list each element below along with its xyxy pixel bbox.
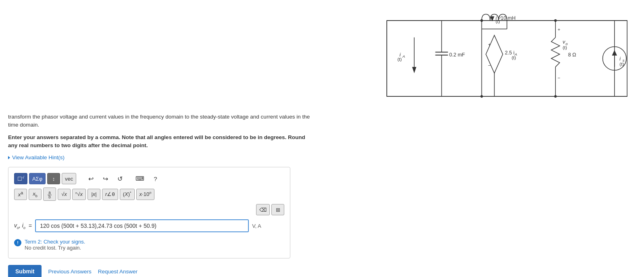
- svg-text:−: −: [558, 75, 561, 80]
- bottom-bar: Submit Previous Answers Request Answer: [8, 265, 311, 277]
- nroot-btn[interactable]: n√x: [72, 189, 86, 200]
- svg-point-41: [554, 19, 556, 22]
- svg-text:8 Ω: 8 Ω: [568, 52, 576, 58]
- sci-btn[interactable]: x·10n: [136, 189, 155, 200]
- svg-text:(t): (t): [563, 45, 567, 50]
- svg-text:(t): (t): [397, 57, 402, 62]
- svg-text:+: +: [488, 42, 491, 47]
- instruction-text1: transform the phasor voltage and current…: [8, 113, 311, 129]
- x-power-label: xa: [18, 190, 23, 198]
- resize-icon: ↕: [52, 176, 55, 182]
- resize-btn[interactable]: ↕: [47, 173, 60, 184]
- feedback-subtitle: No credit lost. Try again.: [25, 245, 85, 251]
- svg-point-43: [554, 95, 556, 98]
- svg-text:(t): (t): [496, 19, 500, 24]
- input-row: vo, io = V, A: [14, 219, 284, 232]
- expand-btn[interactable]: ⊞: [271, 204, 284, 215]
- undo-icon: ↩: [88, 175, 94, 183]
- svg-text:+: +: [558, 27, 561, 32]
- toolbar-row2: xa xb a b √x n√x: [14, 187, 284, 201]
- submit-button[interactable]: Submit: [8, 265, 42, 277]
- feedback-text: Term 2: Check your signs. No credit lost…: [25, 239, 85, 251]
- toolbar-row1: ☐√ ΑΣφ ↕ vec ↩ ↪ ↺: [14, 173, 284, 184]
- redo-btn[interactable]: ↪: [99, 173, 112, 184]
- svg-text:A: A: [402, 54, 405, 58]
- unit-label: V, A: [252, 223, 261, 229]
- abs-btn[interactable]: |x|: [88, 189, 100, 200]
- mode-btn[interactable]: ☐√: [14, 173, 27, 184]
- svg-text:0.2 mF: 0.2 mF: [449, 52, 465, 58]
- backspace-icon: ⌫: [259, 207, 267, 213]
- sci-label: x·10n: [140, 191, 152, 197]
- feedback-icon: !: [14, 239, 21, 246]
- feedback-area: ! Term 2: Check your signs. No credit lo…: [14, 237, 284, 252]
- mode-icon: ☐√: [17, 175, 24, 182]
- vec-btn[interactable]: vec: [62, 173, 76, 184]
- svg-marker-47: [612, 50, 617, 56]
- abs-label: |x|: [91, 191, 96, 197]
- angle-btn[interactable]: r∠θ: [102, 189, 118, 200]
- vec-label: vec: [65, 176, 73, 182]
- expand-icon: ⊞: [276, 207, 280, 213]
- backspace-btn[interactable]: ⌫: [256, 204, 270, 215]
- svg-text:v: v: [563, 39, 565, 45]
- circuit-diagram: i A (t) 0.2 mF i o (t) 10 mH: [374, 12, 636, 105]
- svg-text:−: −: [488, 63, 491, 68]
- reset-btn[interactable]: ↺: [113, 173, 126, 184]
- x-sub-label: xb: [33, 191, 38, 198]
- keyboard-btn[interactable]: ⌨: [133, 173, 147, 184]
- previous-answers-link[interactable]: Previous Answers: [48, 269, 91, 275]
- x-power-btn[interactable]: xa: [14, 189, 27, 200]
- keyboard-icon: ⌨: [135, 175, 144, 182]
- conj-label: (X)*: [123, 191, 131, 197]
- angle-label: r∠θ: [105, 191, 115, 197]
- redo-icon: ↪: [103, 175, 108, 183]
- x-sub-btn[interactable]: xb: [29, 189, 42, 200]
- svg-point-42: [480, 95, 483, 98]
- svg-text:(t): (t): [512, 55, 516, 60]
- request-answer-link[interactable]: Request Answer: [98, 269, 138, 275]
- main-content: transform the phasor voltage and current…: [8, 8, 311, 277]
- nroot-label: n√x: [75, 191, 83, 197]
- svg-text:i: i: [619, 56, 621, 62]
- svg-point-40: [480, 19, 483, 22]
- svg-marker-7: [412, 67, 416, 73]
- toolbar-row3: ⌫ ⊞: [14, 204, 284, 215]
- variable-label: vo, io: [14, 222, 25, 230]
- greek-label: ΑΣφ: [32, 176, 42, 182]
- help-btn[interactable]: ?: [149, 173, 162, 184]
- svg-rect-0: [387, 21, 627, 96]
- hint-link-label: View Available Hint(s): [12, 154, 65, 160]
- svg-text:(t): (t): [619, 62, 624, 67]
- conj-btn[interactable]: (X)*: [120, 189, 135, 200]
- greek-btn[interactable]: ΑΣφ: [29, 173, 46, 184]
- instruction-text2: Enter your answers separated by a comma.…: [8, 133, 311, 150]
- svg-text:10 mH: 10 mH: [501, 15, 516, 21]
- help-label: ?: [154, 175, 157, 182]
- page-container: i A (t) 0.2 mF i o (t) 10 mH: [8, 8, 636, 277]
- hint-link[interactable]: View Available Hint(s): [8, 154, 311, 160]
- undo-btn[interactable]: ↩: [84, 173, 97, 184]
- feedback-title: Term 2: Check your signs.: [25, 239, 85, 245]
- frac-label: a b: [48, 189, 52, 199]
- sqrt-btn[interactable]: √x: [58, 189, 71, 200]
- equals-sign: =: [29, 223, 32, 229]
- answer-input[interactable]: [35, 219, 249, 232]
- svg-text:2.5 i: 2.5 i: [505, 50, 515, 56]
- frac-btn[interactable]: a b: [43, 187, 56, 201]
- math-editor-panel: ☐√ ΑΣφ ↕ vec ↩ ↪ ↺: [8, 167, 290, 258]
- sqrt-label: √x: [61, 191, 67, 197]
- reset-icon: ↺: [117, 175, 123, 183]
- hint-arrow-icon: [8, 156, 10, 159]
